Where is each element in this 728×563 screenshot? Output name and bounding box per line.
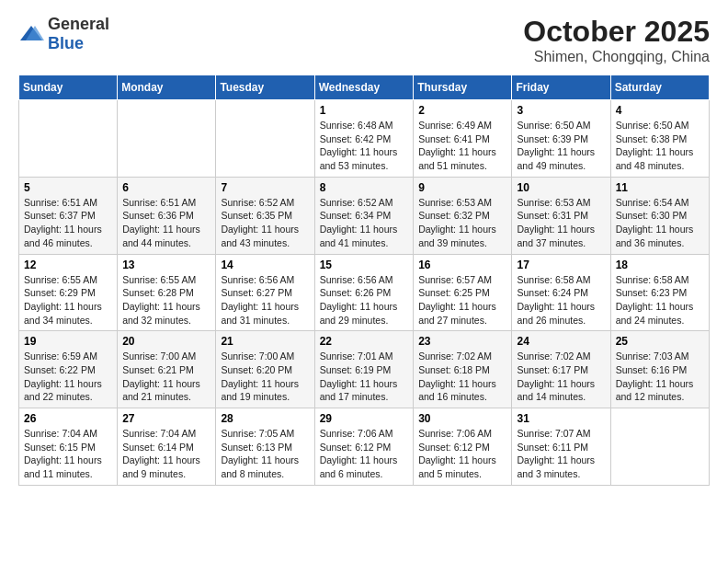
calendar-cell [216, 100, 314, 178]
calendar-cell: 3Sunrise: 6:50 AMSunset: 6:39 PMDaylight… [512, 100, 610, 178]
calendar-cell: 22Sunrise: 7:01 AMSunset: 6:19 PMDayligh… [314, 331, 414, 408]
day-number: 20 [122, 335, 210, 348]
day-info: Sunrise: 6:50 AMSunset: 6:39 PMDaylight:… [517, 119, 605, 173]
weekday-header-row: SundayMondayTuesdayWednesdayThursdayFrid… [19, 75, 710, 100]
day-number: 2 [418, 104, 506, 117]
location-title: Shimen, Chongqing, China [523, 49, 710, 65]
month-title: October 2025 [523, 15, 710, 49]
calendar-cell: 8Sunrise: 6:52 AMSunset: 6:34 PMDaylight… [314, 177, 414, 254]
day-info: Sunrise: 6:53 AMSunset: 6:31 PMDaylight:… [517, 196, 605, 250]
calendar-cell [118, 100, 216, 178]
calendar-cell: 6Sunrise: 6:51 AMSunset: 6:36 PMDaylight… [118, 177, 216, 254]
day-info: Sunrise: 7:04 AMSunset: 6:15 PMDaylight:… [24, 427, 112, 481]
weekday-header-saturday: Saturday [610, 75, 709, 100]
title-block: October 2025 Shimen, Chongqing, China [523, 15, 710, 65]
calendar-cell: 2Sunrise: 6:49 AMSunset: 6:41 PMDaylight… [414, 100, 512, 178]
weekday-header-tuesday: Tuesday [216, 75, 314, 100]
day-info: Sunrise: 7:05 AMSunset: 6:13 PMDaylight:… [221, 427, 309, 481]
day-info: Sunrise: 7:06 AMSunset: 6:12 PMDaylight:… [418, 427, 506, 481]
day-info: Sunrise: 6:48 AMSunset: 6:42 PMDaylight:… [320, 119, 409, 173]
day-number: 11 [616, 181, 704, 194]
calendar-cell: 24Sunrise: 7:02 AMSunset: 6:17 PMDayligh… [512, 331, 610, 408]
calendar-cell: 11Sunrise: 6:54 AMSunset: 6:30 PMDayligh… [610, 177, 709, 254]
day-number: 28 [221, 412, 309, 425]
calendar-cell: 13Sunrise: 6:55 AMSunset: 6:28 PMDayligh… [118, 254, 216, 331]
calendar-cell: 20Sunrise: 7:00 AMSunset: 6:21 PMDayligh… [118, 331, 216, 408]
logo-icon [18, 24, 44, 44]
calendar-cell: 26Sunrise: 7:04 AMSunset: 6:15 PMDayligh… [19, 408, 118, 486]
day-info: Sunrise: 7:02 AMSunset: 6:18 PMDaylight:… [418, 350, 506, 404]
day-number: 18 [616, 259, 704, 271]
day-info: Sunrise: 6:51 AMSunset: 6:37 PMDaylight:… [24, 196, 112, 250]
day-info: Sunrise: 7:03 AMSunset: 6:16 PMDaylight:… [616, 350, 704, 404]
calendar-cell: 21Sunrise: 7:00 AMSunset: 6:20 PMDayligh… [216, 331, 314, 408]
day-number: 26 [24, 412, 112, 425]
calendar-cell: 30Sunrise: 7:06 AMSunset: 6:12 PMDayligh… [414, 408, 512, 486]
day-info: Sunrise: 6:56 AMSunset: 6:27 PMDaylight:… [221, 273, 309, 327]
week-row-5: 26Sunrise: 7:04 AMSunset: 6:15 PMDayligh… [19, 408, 710, 486]
day-number: 23 [418, 335, 506, 348]
calendar-cell: 31Sunrise: 7:07 AMSunset: 6:11 PMDayligh… [512, 408, 610, 486]
day-info: Sunrise: 6:52 AMSunset: 6:35 PMDaylight:… [221, 196, 309, 250]
day-info: Sunrise: 6:56 AMSunset: 6:26 PMDaylight:… [320, 273, 409, 327]
week-row-4: 19Sunrise: 6:59 AMSunset: 6:22 PMDayligh… [19, 331, 710, 408]
day-number: 25 [616, 335, 704, 348]
day-info: Sunrise: 7:04 AMSunset: 6:14 PMDaylight:… [122, 427, 210, 481]
calendar-cell: 1Sunrise: 6:48 AMSunset: 6:42 PMDaylight… [314, 100, 414, 178]
day-info: Sunrise: 6:55 AMSunset: 6:28 PMDaylight:… [122, 273, 210, 327]
day-number: 4 [616, 104, 704, 117]
day-number: 27 [122, 412, 210, 425]
week-row-2: 5Sunrise: 6:51 AMSunset: 6:37 PMDaylight… [19, 177, 710, 254]
calendar-cell: 10Sunrise: 6:53 AMSunset: 6:31 PMDayligh… [512, 177, 610, 254]
calendar-cell [19, 100, 118, 178]
day-number: 6 [122, 181, 210, 194]
day-number: 14 [221, 259, 309, 271]
day-number: 12 [24, 259, 112, 271]
day-number: 10 [517, 181, 605, 194]
calendar-cell: 28Sunrise: 7:05 AMSunset: 6:13 PMDayligh… [216, 408, 314, 486]
calendar-cell: 19Sunrise: 6:59 AMSunset: 6:22 PMDayligh… [19, 331, 118, 408]
calendar-cell: 5Sunrise: 6:51 AMSunset: 6:37 PMDaylight… [19, 177, 118, 254]
logo-text: General Blue [48, 15, 109, 53]
day-number: 1 [320, 104, 409, 117]
calendar-cell: 14Sunrise: 6:56 AMSunset: 6:27 PMDayligh… [216, 254, 314, 331]
day-number: 31 [517, 412, 605, 425]
weekday-header-sunday: Sunday [19, 75, 118, 100]
calendar-cell: 27Sunrise: 7:04 AMSunset: 6:14 PMDayligh… [118, 408, 216, 486]
day-info: Sunrise: 7:00 AMSunset: 6:21 PMDaylight:… [122, 350, 210, 404]
day-info: Sunrise: 7:07 AMSunset: 6:11 PMDaylight:… [517, 427, 605, 481]
day-info: Sunrise: 6:59 AMSunset: 6:22 PMDaylight:… [24, 350, 112, 404]
day-info: Sunrise: 6:51 AMSunset: 6:36 PMDaylight:… [122, 196, 210, 250]
day-info: Sunrise: 7:02 AMSunset: 6:17 PMDaylight:… [517, 350, 605, 404]
day-number: 30 [418, 412, 506, 425]
weekday-header-thursday: Thursday [414, 75, 512, 100]
day-number: 19 [24, 335, 112, 348]
day-number: 9 [418, 181, 506, 194]
calendar-cell: 16Sunrise: 6:57 AMSunset: 6:25 PMDayligh… [414, 254, 512, 331]
calendar-table: SundayMondayTuesdayWednesdayThursdayFrid… [18, 75, 710, 486]
day-info: Sunrise: 6:54 AMSunset: 6:30 PMDaylight:… [616, 196, 704, 250]
day-info: Sunrise: 6:55 AMSunset: 6:29 PMDaylight:… [24, 273, 112, 327]
day-number: 24 [517, 335, 605, 348]
weekday-header-wednesday: Wednesday [314, 75, 414, 100]
calendar-cell: 29Sunrise: 7:06 AMSunset: 6:12 PMDayligh… [314, 408, 414, 486]
logo-blue: Blue [48, 34, 84, 52]
calendar-cell: 12Sunrise: 6:55 AMSunset: 6:29 PMDayligh… [19, 254, 118, 331]
page-header: General Blue October 2025 Shimen, Chongq… [18, 15, 710, 65]
day-info: Sunrise: 6:58 AMSunset: 6:24 PMDaylight:… [517, 273, 605, 327]
day-number: 21 [221, 335, 309, 348]
day-number: 13 [122, 259, 210, 271]
day-number: 8 [320, 181, 409, 194]
weekday-header-friday: Friday [512, 75, 610, 100]
day-number: 16 [418, 259, 506, 271]
calendar-cell: 18Sunrise: 6:58 AMSunset: 6:23 PMDayligh… [610, 254, 709, 331]
day-number: 7 [221, 181, 309, 194]
day-number: 29 [320, 412, 409, 425]
day-info: Sunrise: 6:53 AMSunset: 6:32 PMDaylight:… [418, 196, 506, 250]
calendar-cell: 4Sunrise: 6:50 AMSunset: 6:38 PMDaylight… [610, 100, 709, 178]
day-info: Sunrise: 6:58 AMSunset: 6:23 PMDaylight:… [616, 273, 704, 327]
logo-general: General [48, 15, 109, 33]
weekday-header-monday: Monday [118, 75, 216, 100]
day-number: 17 [517, 259, 605, 271]
calendar-cell: 7Sunrise: 6:52 AMSunset: 6:35 PMDaylight… [216, 177, 314, 254]
